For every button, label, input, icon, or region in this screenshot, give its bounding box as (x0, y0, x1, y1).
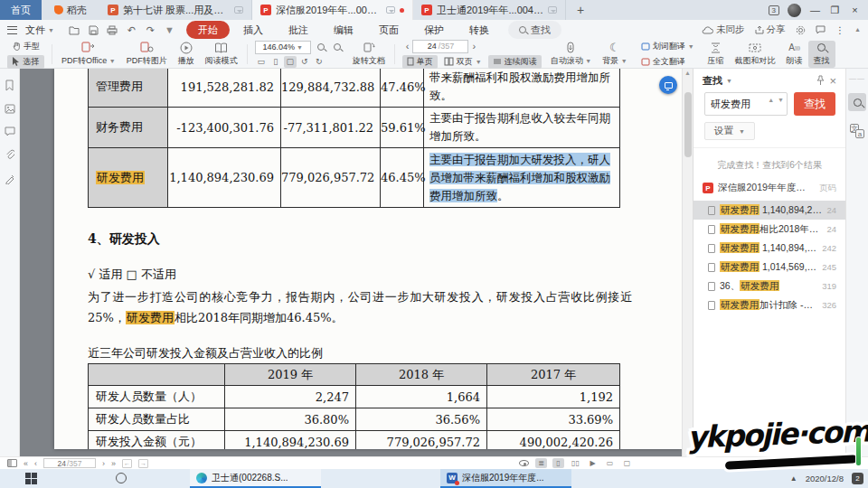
menu-item-2[interactable]: 批注 (277, 21, 320, 39)
select-tool[interactable]: 选择 (7, 55, 44, 69)
find-input[interactable] (704, 92, 788, 116)
background-button[interactable]: ☾ 背景 ▼ (597, 41, 632, 68)
find-next-icon[interactable]: ▼ (778, 97, 784, 103)
open-icon[interactable] (69, 24, 80, 36)
compress-button[interactable]: 压缩 (703, 41, 730, 68)
cortana-button[interactable] (116, 473, 127, 483)
search-result[interactable]: 研发费用 1,140,894,23024 (693, 201, 845, 220)
taskbar-task-wps[interactable]: W 深信服2019年年度... (440, 469, 571, 488)
page-prev-button[interactable]: ‹ (402, 41, 413, 52)
bookmark-icon[interactable] (5, 80, 14, 91)
rotate-left-icon[interactable]: ↺ (298, 56, 311, 68)
tab-docer[interactable]: 稻壳 (42, 0, 99, 20)
scroll-thumb[interactable] (684, 92, 692, 157)
play-view-icon[interactable]: ▶ (587, 458, 599, 468)
clock-date[interactable]: 2020/12/8 (806, 474, 844, 483)
seal-icon[interactable] (5, 174, 15, 184)
new-tab-button[interactable]: + (566, 0, 595, 20)
view-back-icon[interactable]: ← (122, 459, 132, 468)
page-next-button[interactable]: › (468, 41, 479, 52)
hand-tool[interactable]: 手型 (7, 40, 44, 53)
redo-icon[interactable]: ↷ (145, 24, 156, 36)
toolbar-options-icon[interactable]: ▼ (164, 24, 175, 36)
document-viewport[interactable]: 管理费用191,528,281.82129,884,732.8847.46%带来… (20, 69, 693, 456)
comment-list-icon[interactable] (5, 127, 15, 136)
pdf-to-office-button[interactable]: PDF转Office ▼ (56, 41, 121, 68)
continuous-read-button[interactable]: 连续阅读 (488, 55, 542, 69)
menu-item-3[interactable]: 编辑 (322, 21, 365, 39)
thumbnail-icon[interactable] (5, 104, 15, 114)
fit-width-view-icon[interactable]: ▭ (604, 458, 616, 468)
collapse-ribbon-icon[interactable]: ▼ (854, 27, 861, 33)
close-panel-icon[interactable]: × (829, 74, 836, 88)
zoom-in-button[interactable] (331, 42, 344, 53)
eye-protect-icon[interactable] (518, 458, 530, 468)
attachment-icon[interactable] (5, 149, 14, 161)
edge-translate-button[interactable]: 文a (848, 122, 866, 140)
more-icon[interactable]: ⋮ (835, 24, 845, 35)
close-button[interactable]: × (849, 5, 861, 15)
double-page-view-icon[interactable]: ▯▯ (570, 458, 581, 468)
sync-status[interactable]: 未同步 (702, 23, 745, 36)
start-button[interactable] (25, 473, 37, 484)
rotate-document-button[interactable]: 旋转文档 (347, 41, 391, 68)
avatar[interactable] (788, 4, 801, 17)
single-page-view-icon[interactable]: ▯ (552, 458, 564, 468)
tray-expand-icon[interactable]: ▲ (790, 474, 797, 483)
menu-search[interactable]: 查找 (508, 21, 561, 39)
gear-icon[interactable] (796, 25, 806, 35)
prev-page-button[interactable]: ‹ (34, 459, 37, 468)
menu-item-6[interactable]: 转换 (458, 21, 501, 39)
menu-item-0[interactable]: 开始 (186, 21, 230, 39)
result-file-row[interactable]: P 深信服2019年年度报告202... 页码 (693, 182, 845, 194)
find-prev-icon[interactable]: ▲ (768, 97, 774, 103)
panel-drag-handle[interactable]: —— (849, 74, 865, 82)
settings-dropdown[interactable]: 设置 ▼ (704, 122, 755, 140)
next-page-button[interactable]: › (102, 459, 105, 468)
fit-actual-icon[interactable]: ▢ (284, 56, 297, 68)
read-aloud-button[interactable]: A))) 朗读 (781, 41, 808, 68)
zoom-out-button[interactable] (315, 42, 327, 53)
rotate-right-icon[interactable]: ↻ (313, 56, 326, 68)
search-result[interactable]: 研发费用 1,014,569,848245 (693, 258, 845, 277)
scrollbar[interactable]: ▲ (682, 69, 693, 456)
mobile-device-button[interactable] (659, 76, 677, 94)
fit-page-view-icon[interactable]: ▢ (621, 458, 633, 468)
last-page-button[interactable]: » (111, 459, 116, 468)
word-translate-button[interactable]: 划词翻译▼ (637, 40, 699, 53)
screenshot-compare-button[interactable]: 截图和对比 (730, 41, 781, 68)
read-mode-button[interactable]: 阅读模式 (200, 41, 243, 68)
share-button[interactable]: 分享 (755, 23, 786, 36)
print-icon[interactable] (107, 24, 118, 36)
comment-icon[interactable] (816, 25, 826, 34)
tab-doc-pdf2[interactable]: P 卫士通2019年年...00429.pdf (413, 0, 566, 20)
auto-scroll-button[interactable]: 自动滚动 ▼ (545, 41, 597, 68)
continuous-view-icon[interactable]: ≣ (535, 458, 547, 468)
tab-home[interactable]: 首页 (0, 0, 42, 20)
single-page-button[interactable]: 单页 (402, 55, 438, 69)
save-icon[interactable] (88, 24, 99, 36)
zoom-input[interactable]: 146.04%▼ (255, 41, 311, 54)
minimize-button[interactable]: — (809, 5, 821, 15)
chevron-down-icon[interactable]: ▼ (726, 78, 732, 84)
search-result[interactable]: 研发费用加计扣除 -78,049,9...326 (693, 296, 845, 314)
tab-doc-active[interactable]: P 深信服2019年年...00415.pdf (252, 0, 413, 20)
first-page-button[interactable]: « (24, 459, 28, 468)
play-button[interactable]: 播放 (173, 41, 200, 68)
edge-search-button[interactable] (848, 93, 866, 111)
scroll-up-icon[interactable]: ▲ (683, 69, 693, 78)
page-input[interactable]: 24/357 (412, 40, 468, 53)
fit-width-icon[interactable]: ▭ (255, 56, 268, 68)
view-forward-icon[interactable]: → (138, 459, 148, 468)
search-result[interactable]: 研发费用相比2018年同期增加24 (693, 220, 845, 239)
taskbar-task-edge[interactable]: 卫士通(002268.S... (190, 469, 321, 488)
file-menu[interactable]: 文件 ▼ (22, 23, 58, 37)
menu-item-4[interactable]: 页面 (367, 21, 410, 39)
statusbar-page-input[interactable]: 24/357 (43, 458, 96, 468)
undo-icon[interactable]: ↶ (126, 24, 137, 36)
full-translate-button[interactable]: 全文翻译 (637, 55, 699, 69)
search-result[interactable]: 36、研发费用319 (693, 277, 845, 296)
fit-page-icon[interactable]: ▯ (269, 56, 282, 68)
maximize-button[interactable]: ❐ (829, 5, 841, 16)
find-submit-button[interactable]: 查找 (794, 92, 835, 116)
